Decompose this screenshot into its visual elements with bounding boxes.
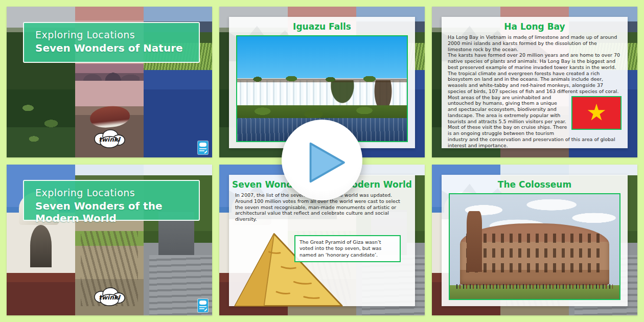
twinkl-logo-text: twinkl (99, 294, 121, 301)
play-button[interactable] (282, 120, 362, 200)
boat-shape (89, 104, 131, 129)
play-icon (308, 141, 347, 184)
twinkl-badge-icon (198, 299, 208, 312)
title-banner: Exploring Locations Seven Wonders of the… (23, 180, 200, 221)
twinkl-badge-icon (198, 141, 208, 154)
slide-title: Iguazu Falls (229, 21, 415, 32)
paragraph: The karsts have formed over 20 million y… (448, 52, 622, 70)
paragraph-with-flag: Most areas of the bay are uninhabited an… (448, 95, 622, 149)
slide-title: Ha Long Bay (442, 21, 628, 32)
slide-thumbnail-modern-title: Exploring Locations Seven Wonders of the… (7, 165, 212, 315)
banner-title: Seven Wonders of the Modern World (35, 200, 199, 224)
slide-thumbnail-colosseum: The Colosseum (432, 165, 637, 315)
banner-eyebrow: Exploring Locations (35, 187, 199, 198)
paragraph: Ha Long Bay in Vietnam is made of limest… (448, 34, 622, 52)
resource-preview-canvas: Exploring Locations Seven Wonders of Nat… (0, 0, 644, 322)
colosseum-photo (450, 194, 619, 299)
title-banner: Exploring Locations Seven Wonders of Nat… (23, 22, 200, 63)
twinkl-logo-text: twinkl (99, 136, 121, 143)
giza-callout-box: The Great Pyramid of Giza wasn’t voted i… (294, 235, 401, 262)
slide-thumbnail-ha-long-bay: Ha Long Bay Ha Long Bay in Vietnam is ma… (432, 7, 637, 157)
tourist-crowd (456, 284, 612, 288)
slide-title: The Colosseum (442, 179, 628, 190)
slide-card: The Colosseum (442, 175, 628, 306)
star-icon (587, 104, 606, 122)
photo-frame (449, 193, 620, 300)
arch-shape (30, 225, 52, 267)
slide-card: Ha Long Bay Ha Long Bay in Vietnam is ma… (442, 17, 628, 148)
banner-title: Seven Wonders of Nature (35, 42, 199, 54)
slide-thumbnail-nature-title: Exploring Locations Seven Wonders of Nat… (7, 7, 212, 157)
twinkl-cloud-logo: twinkl (91, 128, 128, 150)
vietnam-flag (571, 96, 622, 130)
banner-eyebrow: Exploring Locations (35, 29, 199, 40)
slide-body-text: Ha Long Bay in Vietnam is made of limest… (442, 32, 628, 149)
twinkl-cloud-logo: twinkl (91, 286, 128, 308)
paragraph: The tropical climate and evergreen fores… (448, 71, 622, 95)
